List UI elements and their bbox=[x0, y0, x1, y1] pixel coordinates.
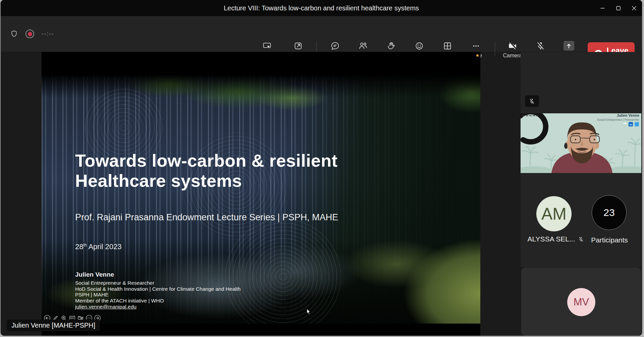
window-controls bbox=[595, 0, 642, 16]
participants-count-badge[interactable]: 23 bbox=[592, 195, 627, 230]
presenter-video-tile[interactable]: Julien Venne Social Entrepreneur | Resea… bbox=[521, 113, 641, 173]
svg-text:in: in bbox=[630, 123, 632, 126]
meeting-timer: --:-- bbox=[42, 31, 54, 37]
mic-off-icon bbox=[529, 98, 535, 105]
screen-control-icon bbox=[262, 41, 272, 51]
record-dot-icon bbox=[28, 32, 32, 36]
view-icon bbox=[442, 41, 452, 51]
recording-indicator[interactable] bbox=[25, 30, 34, 38]
close-icon bbox=[632, 6, 636, 10]
presenter-email: julien.venne@manipal.edu bbox=[75, 304, 240, 310]
close-button[interactable] bbox=[626, 0, 642, 16]
participants-panel: Julien Venne Social Entrepreneur | Resea… bbox=[521, 52, 641, 267]
presenter-video: Julien Venne Social Entrepreneur | Resea… bbox=[521, 113, 641, 173]
slide-record-dot bbox=[476, 54, 479, 57]
presentation-slide: Towards low-carbon & resilient Healthcar… bbox=[42, 75, 480, 324]
slide-date: 28th April 2023 bbox=[75, 242, 121, 251]
status-cluster: --:-- bbox=[10, 16, 54, 52]
video-overlay-name: Julien Venne bbox=[617, 113, 639, 117]
share-icon bbox=[564, 41, 574, 51]
people-icon bbox=[358, 41, 368, 51]
raise-hand-icon bbox=[386, 41, 396, 51]
twitter-icon bbox=[635, 122, 639, 126]
participant-label-alyssa: ALYSSA SEL... bbox=[524, 235, 588, 243]
muted-indicator bbox=[525, 95, 539, 107]
participants-count-label: Participants bbox=[581, 236, 638, 244]
more-icon bbox=[471, 41, 481, 51]
participant-avatar-alyssa[interactable]: AM bbox=[536, 196, 572, 231]
slide-subtitle: Prof. Rajani Prasanna Endowment Lecture … bbox=[75, 212, 338, 223]
teams-meeting-window: Lecture VIII: Towards low-carbon and res… bbox=[1, 0, 642, 336]
slide-title: Towards low-carbon & resilient Healthcar… bbox=[75, 151, 338, 191]
mic-off-icon bbox=[536, 41, 546, 51]
video-overlay-role: Social Entrepreneur | Researcher bbox=[597, 118, 639, 121]
shield-icon[interactable] bbox=[10, 30, 18, 38]
presenter-name: Julien Venne bbox=[75, 271, 240, 278]
meeting-toolbar: --:-- Take control Pop out Chat bbox=[1, 16, 642, 52]
camera-off-icon bbox=[507, 41, 518, 51]
chat-icon bbox=[330, 41, 340, 51]
participant-tile-mv[interactable]: MV bbox=[521, 268, 641, 336]
maximize-button[interactable] bbox=[610, 0, 626, 16]
window-title: Lecture VIII: Towards low-carbon and res… bbox=[224, 0, 419, 16]
shared-screen-stage: Towards low-carbon & resilient Healthcar… bbox=[42, 52, 480, 336]
minimize-icon bbox=[600, 6, 605, 10]
react-icon bbox=[414, 41, 424, 51]
minimize-button[interactable] bbox=[595, 0, 610, 16]
mouse-cursor bbox=[307, 309, 311, 316]
presenter-info: Julien Venne Social Entrepreneur & Resea… bbox=[75, 271, 240, 310]
presenter-tag: Julien Venne [MAHE-PSPH] bbox=[7, 320, 100, 331]
title-bar: Lecture VIII: Towards low-carbon and res… bbox=[1, 0, 642, 16]
participant-avatar-mv: MV bbox=[567, 288, 595, 316]
maximize-icon bbox=[616, 6, 621, 10]
pop-out-icon bbox=[293, 41, 303, 51]
